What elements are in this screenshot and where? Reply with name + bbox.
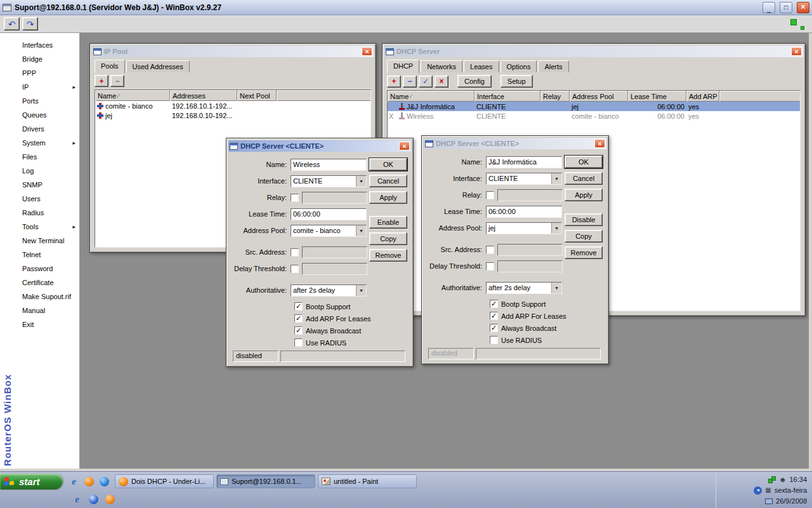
src-address-checkbox[interactable] — [291, 248, 299, 257]
clock-time[interactable]: 16:34 — [789, 476, 807, 483]
sidebar-item-queues[interactable]: Queues — [0, 108, 79, 122]
use-radius-checkbox[interactable] — [490, 336, 498, 344]
undo-button[interactable]: ↶ — [4, 17, 20, 30]
sidebar-item-interfaces[interactable]: Interfaces — [0, 38, 79, 52]
sidebar-item-drivers[interactable]: Drivers — [0, 122, 79, 136]
column-header-add-arp[interactable]: Add ARP — [686, 91, 719, 102]
firefox-icon[interactable] — [84, 476, 95, 487]
remove-button[interactable]: − — [110, 75, 124, 87]
enable-button[interactable]: ✓ — [419, 76, 433, 88]
grid-icon[interactable]: ▦ — [765, 487, 771, 493]
firefox-icon[interactable] — [105, 494, 115, 505]
sidebar-item-make-supout[interactable]: Make Supout.rif — [0, 290, 79, 304]
dialog-titlebar[interactable]: DHCP Server <CLIENTE> × — [424, 138, 606, 149]
table-row[interactable]: comite - bianco 192.168.10.1-192... — [95, 101, 370, 110]
column-header-lease-time[interactable]: Lease Time — [628, 91, 686, 102]
column-header-address-pool[interactable]: Address Pool — [570, 91, 628, 102]
sidebar-item-bridge[interactable]: Bridge — [0, 52, 79, 66]
user-session-icon[interactable]: ☻ — [779, 476, 787, 483]
column-header-interface[interactable]: Interface — [475, 91, 540, 102]
address-pool-select[interactable]: jej▼ — [486, 222, 562, 234]
address-pool-select[interactable]: comite - bianco▼ — [291, 225, 367, 237]
config-button[interactable]: Config — [457, 75, 492, 88]
sidebar-item-password[interactable]: Password — [0, 262, 79, 276]
internet-explorer-icon[interactable]: e — [72, 494, 82, 505]
column-header-addresses[interactable]: Addresses — [170, 90, 237, 101]
remove-button[interactable]: Remove — [565, 246, 603, 259]
name-field[interactable] — [291, 159, 367, 171]
cancel-button[interactable]: Cancel — [369, 175, 407, 187]
sidebar-item-radius[interactable]: Radius — [0, 206, 79, 220]
apply-button[interactable]: Apply — [369, 191, 407, 204]
bootp-support-checkbox[interactable]: ✓ — [294, 302, 303, 311]
sidebar-item-log[interactable]: Log — [0, 164, 79, 178]
close-icon[interactable]: × — [791, 47, 802, 56]
tab-options[interactable]: Options — [501, 60, 537, 72]
network-status-icon[interactable] — [768, 476, 776, 483]
sidebar-item-system[interactable]: System▸ — [0, 136, 79, 150]
sidebar-item-files[interactable]: Files — [0, 150, 79, 164]
tab-pools[interactable]: Pools — [95, 60, 125, 73]
lease-time-field[interactable] — [486, 206, 562, 218]
back-circle-icon[interactable]: ◂ — [754, 486, 762, 495]
authoritative-select[interactable]: after 2s delay▼ — [291, 284, 367, 297]
tab-dhcp[interactable]: DHCP — [387, 60, 419, 73]
disable-button[interactable]: × — [435, 76, 449, 88]
always-broadcast-checkbox[interactable]: ✓ — [294, 326, 303, 335]
taskbar-task-paint[interactable]: untitled - Paint — [318, 474, 417, 488]
src-address-checkbox[interactable] — [486, 246, 494, 254]
relay-checkbox[interactable] — [486, 191, 494, 199]
tab-alerts[interactable]: Alerts — [538, 60, 568, 72]
chevron-down-icon[interactable]: ▼ — [551, 223, 561, 234]
copy-button[interactable]: Copy — [565, 230, 603, 243]
table-row[interactable]: jej 192.168.0.10-192... — [95, 110, 370, 120]
sidebar-item-snmp[interactable]: SNMP — [0, 178, 79, 192]
media-player-icon[interactable] — [88, 494, 99, 505]
start-button[interactable]: start — [0, 474, 63, 490]
dialog-titlebar[interactable]: DHCP Server <CLIENTE> × — [228, 140, 411, 152]
add-arp-checkbox[interactable]: ✓ — [490, 312, 498, 320]
minimize-button[interactable]: _ — [763, 2, 775, 13]
close-icon[interactable]: × — [594, 139, 605, 148]
sidebar-item-users[interactable]: Users — [0, 192, 79, 206]
close-button[interactable]: × — [797, 2, 809, 13]
name-field[interactable] — [486, 156, 562, 168]
setup-button[interactable]: Setup — [501, 75, 533, 88]
chevron-down-icon[interactable]: ▼ — [551, 283, 561, 293]
internet-explorer-icon[interactable]: e — [69, 476, 79, 487]
ip-pool-titlebar[interactable]: IP Pool × — [92, 46, 374, 57]
relay-checkbox[interactable] — [291, 194, 299, 202]
close-icon[interactable]: × — [399, 142, 410, 150]
ok-button[interactable]: OK — [565, 156, 603, 168]
tab-networks[interactable]: Networks — [421, 60, 462, 72]
display-icon[interactable] — [765, 498, 773, 504]
sidebar-item-new-terminal[interactable]: New Terminal — [0, 234, 79, 248]
bootp-support-checkbox[interactable]: ✓ — [490, 300, 498, 308]
chevron-down-icon[interactable]: ▼ — [356, 225, 366, 236]
delay-threshold-checkbox[interactable] — [486, 262, 494, 271]
enable-button[interactable]: Enable — [369, 216, 407, 229]
dhcp-titlebar[interactable]: DHCP Server × — [384, 46, 803, 57]
add-button[interactable]: + — [95, 75, 108, 87]
redo-button[interactable]: ↷ — [22, 17, 38, 30]
add-arp-checkbox[interactable]: ✓ — [294, 314, 303, 323]
remove-button[interactable]: Remove — [369, 249, 407, 262]
remove-button[interactable]: − — [403, 76, 417, 88]
ok-button[interactable]: OK — [369, 158, 407, 171]
use-radius-checkbox[interactable] — [294, 338, 303, 347]
tab-used-addresses[interactable]: Used Addresses — [126, 60, 190, 72]
chevron-down-icon[interactable]: ▼ — [356, 176, 366, 187]
add-button[interactable]: + — [387, 76, 401, 88]
sidebar-item-exit[interactable]: Exit — [0, 318, 79, 331]
authoritative-select[interactable]: after 2s delay▼ — [486, 282, 562, 294]
column-header-name[interactable]: Name∕ — [388, 91, 475, 102]
column-header-relay[interactable]: Relay — [540, 91, 570, 102]
lease-time-field[interactable] — [291, 208, 367, 220]
disable-button[interactable]: Disable — [565, 213, 603, 226]
tab-leases[interactable]: Leases — [464, 60, 499, 72]
interface-select[interactable]: CLIENTE▼ — [291, 175, 367, 187]
taskbar-task-winbox[interactable]: Suport@192.168.0.1... — [216, 474, 315, 488]
close-icon[interactable]: × — [362, 47, 372, 56]
apply-button[interactable]: Apply — [565, 189, 603, 201]
delay-threshold-checkbox[interactable] — [291, 265, 299, 273]
